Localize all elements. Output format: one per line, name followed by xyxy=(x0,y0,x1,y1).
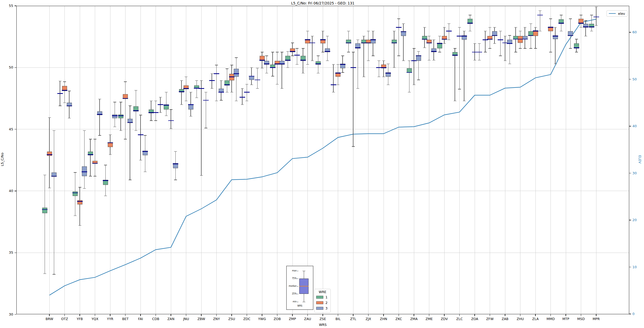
x-tick xyxy=(581,314,581,316)
y2-tick-label: 0 xyxy=(632,312,634,316)
wre-legend: WRE 123 xyxy=(314,289,331,313)
y-tick-label: 55 xyxy=(4,4,13,8)
inset-tick xyxy=(297,279,298,279)
x-tick xyxy=(216,314,217,316)
x-tick-label: ZBW xyxy=(193,317,209,321)
x-tick xyxy=(490,314,490,316)
wre-legend-title: WRE xyxy=(316,290,329,294)
inset-label: max xyxy=(288,270,297,272)
x-tick xyxy=(429,314,429,316)
x-tick-label: ZHU xyxy=(512,317,528,321)
x-tick xyxy=(292,314,292,316)
inset-x-label: WRS xyxy=(287,305,313,307)
y2-tick xyxy=(629,267,631,267)
x-tick-label: ZSE xyxy=(315,317,331,321)
x-tick-label: MPR xyxy=(588,317,604,321)
y-tick xyxy=(15,129,16,129)
x-tick-label: ZHN xyxy=(376,317,391,321)
x-tick-label: CDB xyxy=(148,317,164,321)
inset-cap-min xyxy=(302,302,305,302)
y-tick xyxy=(15,6,16,6)
inset-median xyxy=(299,286,309,286)
y2-tick xyxy=(629,173,631,173)
x-tick xyxy=(140,314,141,316)
x-tick-label: ZOA xyxy=(467,317,483,321)
x-tick xyxy=(307,314,308,316)
x-tick-label: ZLC xyxy=(452,317,468,321)
x-tick-label: ZAU xyxy=(300,317,316,321)
x-tick-label: ZNY xyxy=(209,317,225,321)
x-tick xyxy=(49,314,49,316)
x-tick-label: YQX xyxy=(87,317,103,321)
x-tick xyxy=(80,314,80,316)
x-tick-label: OTZ xyxy=(57,317,73,321)
boxplot-explainer-inset: max75%median25%min WRS xyxy=(286,266,313,310)
elev-legend: elev xyxy=(606,10,628,17)
x-tick xyxy=(171,314,171,316)
figure: L5_C/No: Fri 06/27/2025 - GEO: 131 L5_C/… xyxy=(0,0,644,328)
x-tick-label: FAI xyxy=(133,317,148,321)
inset-label: min xyxy=(288,300,297,303)
inset-tick xyxy=(297,302,298,302)
x-tick xyxy=(444,314,444,316)
x-tick-label: ZAN xyxy=(163,317,179,321)
x-tick xyxy=(399,314,399,316)
x-tick xyxy=(520,314,520,316)
x-tick-label: ZLA xyxy=(528,317,543,321)
x-tick-label: MTP xyxy=(558,317,574,321)
y-tick xyxy=(15,191,16,191)
x-tick xyxy=(505,314,505,316)
x-tick-label: ZDV xyxy=(436,317,452,321)
y2-tick-label: 10 xyxy=(632,265,637,269)
x-tick xyxy=(596,314,596,316)
inset-cap-max xyxy=(302,271,305,271)
inset-tick xyxy=(297,294,298,294)
x-tick-label: ZFW xyxy=(482,317,498,321)
wre-entry-label: 3 xyxy=(325,306,328,310)
x-tick-label: ZOB xyxy=(269,317,285,321)
x-tick xyxy=(323,314,323,316)
x-tick xyxy=(95,314,95,316)
plot-border xyxy=(16,6,629,314)
x-tick xyxy=(474,314,475,316)
inset-label: 75% xyxy=(288,277,297,280)
y-tick xyxy=(15,67,16,68)
x-tick-label: ZAB xyxy=(497,317,513,321)
x-tick-label: BIL xyxy=(330,317,346,321)
wre-swatch-3 xyxy=(316,307,323,310)
y-tick-label: 45 xyxy=(4,127,13,131)
x-tick xyxy=(186,314,186,316)
x-tick xyxy=(231,314,232,316)
x-tick xyxy=(338,314,338,316)
x-tick-label: YFB xyxy=(72,317,88,321)
x-tick-label: ZJX xyxy=(361,317,376,321)
inset-tick xyxy=(297,286,298,286)
y-tick-label: 50 xyxy=(4,65,13,69)
inset-label: median xyxy=(288,285,297,287)
wre-entry-label: 2 xyxy=(325,301,328,305)
x-tick-label: YWG xyxy=(254,317,270,321)
y2-tick-label: 50 xyxy=(632,77,637,81)
x-tick xyxy=(368,314,368,316)
x-tick xyxy=(550,314,551,316)
y2-tick xyxy=(629,32,631,32)
y-tick xyxy=(15,253,16,253)
x-tick xyxy=(535,314,535,316)
wre-legend-entry: 1 xyxy=(316,294,329,300)
x-tick xyxy=(414,314,414,316)
wre-entry-label: 1 xyxy=(325,295,328,299)
wre-swatch-1 xyxy=(316,296,323,299)
x-tick-label: ZMA xyxy=(406,317,422,321)
x-tick-label: ZME xyxy=(421,317,437,321)
x-tick xyxy=(110,314,110,316)
y-tick-label: 40 xyxy=(4,189,13,193)
y2-tick xyxy=(629,79,631,79)
elev-line-swatch xyxy=(609,13,616,14)
x-tick xyxy=(201,314,201,316)
x-tick-label: MSD xyxy=(573,317,589,321)
wre-legend-entry: 2 xyxy=(316,300,329,306)
x-tick xyxy=(64,314,65,316)
inset-label: 25% xyxy=(288,293,297,295)
y2-tick-label: 20 xyxy=(632,218,637,222)
x-tick xyxy=(566,314,566,316)
